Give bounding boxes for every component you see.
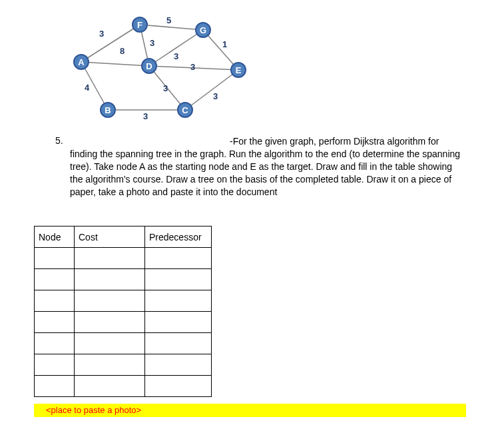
table-row — [35, 290, 212, 312]
svg-line-1 — [81, 62, 149, 66]
graph-node-f: F — [132, 17, 148, 33]
edge-weight-fd: 3 — [150, 38, 154, 48]
svg-line-0 — [81, 25, 140, 62]
node-label: D — [146, 61, 152, 71]
table-row — [35, 269, 212, 290]
node-label: C — [182, 105, 188, 115]
edge-weight-fg: 5 — [166, 15, 171, 25]
graph-edges — [67, 10, 253, 123]
edge-weight-bc: 3 — [143, 111, 148, 121]
dijkstra-table: Node Cost Predecessor — [34, 226, 212, 397]
node-label: G — [200, 25, 206, 35]
table-row — [35, 248, 212, 269]
col-header-node: Node — [35, 226, 75, 248]
graph-node-e: E — [230, 62, 246, 78]
question-number: 5. — [55, 135, 63, 146]
node-label: E — [236, 65, 242, 75]
graph-node-a: A — [73, 54, 89, 70]
edge-weight-de: 3 — [190, 62, 195, 72]
edge-weight-ad: 8 — [120, 46, 125, 56]
node-label: A — [78, 57, 84, 67]
edge-weight-ge: 1 — [222, 39, 227, 49]
edge-weight-dc: 3 — [163, 83, 168, 93]
photo-placeholder: <place to paste a photo> — [34, 404, 466, 417]
edge-weight-af: 3 — [99, 29, 104, 39]
graph-node-c: C — [177, 102, 193, 118]
table-header-row: Node Cost Predecessor — [35, 226, 212, 248]
graph-node-d: D — [141, 58, 157, 74]
graph-diagram: A F D G E B C 3 8 4 3 5 3 3 3 1 3 3 — [67, 10, 253, 123]
table-row — [35, 376, 212, 397]
question-text: -For the given graph, perform Dijkstra a… — [70, 135, 466, 198]
node-label: F — [137, 20, 142, 30]
svg-line-10 — [185, 70, 238, 110]
col-header-cost: Cost — [75, 226, 145, 248]
col-header-pred: Predecessor — [145, 226, 212, 248]
svg-line-4 — [140, 25, 203, 30]
edge-weight-dg: 3 — [174, 51, 178, 61]
question-lead: -For the given graph, perform Dijkstra a… — [70, 135, 466, 148]
graph-node-b: B — [100, 102, 116, 118]
table-row — [35, 354, 212, 376]
node-label: B — [105, 105, 111, 115]
graph-node-g: G — [195, 22, 211, 38]
question-body: finding the spanning tree in the graph. … — [70, 149, 460, 197]
table-row — [35, 312, 212, 333]
edge-weight-ce: 3 — [213, 91, 218, 101]
edge-weight-ab: 4 — [85, 83, 89, 93]
table-row — [35, 333, 212, 354]
